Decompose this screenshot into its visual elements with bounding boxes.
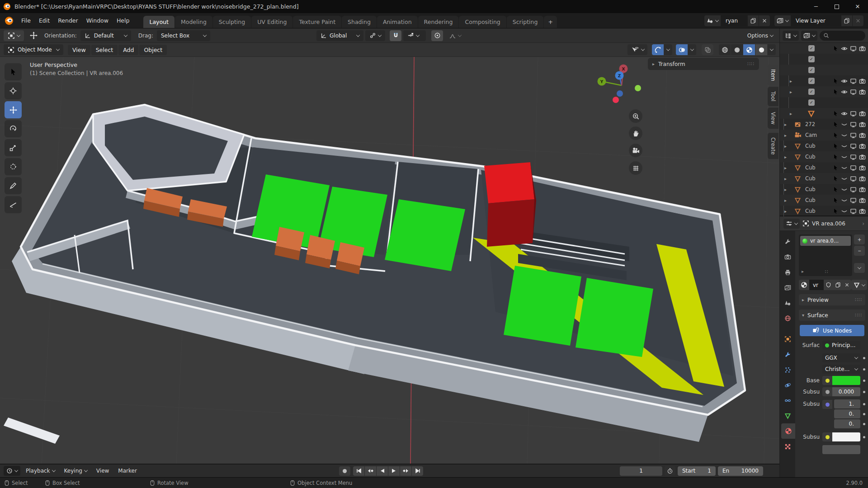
use-nodes-button[interactable]: Use Nodes [800,325,864,336]
wall-fragment[interactable] [4,418,60,444]
object-name[interactable]: Cub [805,143,817,149]
preview-panel-header[interactable]: ▸Preview∷∷ [799,294,865,305]
expand-icon[interactable]: ▸ [784,122,787,127]
disable-render-icon[interactable] [859,164,866,171]
tab-scene[interactable] [780,295,795,310]
add-slot-button[interactable]: ＋ [854,235,865,244]
object-name[interactable]: Cub [805,164,817,171]
outliner-row[interactable]: ▸Cub [780,195,868,206]
tab-rendering[interactable]: Rendering [418,16,459,28]
material-slot-item[interactable]: vr area.0… [800,236,851,246]
outliner-display-mode-dropdown[interactable] [801,31,817,41]
hide-eye-closed-icon[interactable] [841,154,848,160]
hide-eye-closed-icon[interactable] [841,197,848,204]
tab-sculpting[interactable]: Sculpting [213,16,251,28]
base-color-socket[interactable] [822,376,832,385]
xray-toggle[interactable] [702,44,713,55]
menu-file[interactable]: File [17,15,35,26]
disable-render-icon[interactable] [859,132,866,139]
tab-scripting[interactable]: Scripting [507,16,544,28]
object-name[interactable]: 272 [805,121,817,127]
perspective-toggle-button[interactable] [629,161,642,175]
menu-help[interactable]: Help [113,15,134,26]
hide-eye-icon[interactable] [841,78,848,84]
add-workspace-button[interactable]: + [544,16,557,28]
hide-eye-icon[interactable] [841,45,848,52]
menu-render[interactable]: Render [54,15,82,26]
selectable-icon[interactable] [833,143,839,149]
marker-menu[interactable]: Marker [114,466,140,476]
expand-icon[interactable]: ▸ [784,176,787,181]
radius-y-field[interactable]: 0. [834,409,860,418]
use-preview-range-button[interactable] [665,466,675,476]
tab-shading[interactable]: Shading [342,16,377,28]
collection-checkbox[interactable]: ✓ [808,56,815,62]
expand-icon[interactable]: ▸ [784,209,787,214]
clipped-field[interactable] [822,445,860,454]
expand-icon[interactable]: ▸ [790,111,792,116]
jump-to-end-button[interactable] [412,466,423,476]
browse-material-button[interactable] [799,280,809,290]
outliner-row[interactable]: ▸Cub [780,141,868,151]
disable-render-icon[interactable] [859,208,866,215]
selectable-icon[interactable] [833,78,839,84]
collection-checkbox[interactable]: ✓ [808,67,815,73]
base-color-swatch[interactable] [832,376,860,385]
collection-checkbox[interactable]: ✓ [808,78,815,84]
shading-material-button[interactable] [743,44,755,55]
minimize-button[interactable]: ─ [806,0,826,13]
radius-socket[interactable] [822,400,832,409]
disable-render-icon[interactable] [859,110,866,117]
orientation-dropdown[interactable]: Default [80,30,131,41]
snap-toggle[interactable] [390,30,401,41]
green-table-5[interactable] [576,278,653,357]
tab-layout[interactable]: Layout [143,16,175,28]
disable-render-icon[interactable] [859,121,866,128]
expand-icon[interactable]: ▸ [784,155,787,160]
subsurface-socket[interactable] [822,387,832,396]
viewport-menu-add[interactable]: Add [118,45,138,55]
scene-unlink-button[interactable] [759,15,770,26]
outliner-search-input[interactable] [820,31,865,41]
outliner-row[interactable]: ▸Cub [780,184,868,195]
outliner-row[interactable]: ✓ [780,43,868,54]
hide-eye-closed-icon[interactable] [841,143,848,150]
expand-icon[interactable]: ▸ [790,89,792,94]
selectable-icon[interactable] [833,111,839,117]
surface-shader-dropdown[interactable]: Princip… [822,341,860,350]
disable-render-icon[interactable] [859,186,866,193]
selectable-icon[interactable] [833,122,839,127]
disable-viewport-icon[interactable] [850,121,857,128]
radius-z-field[interactable]: 0. [834,419,860,428]
previous-keyframe-button[interactable] [365,466,376,476]
shading-wireframe-button[interactable] [719,44,731,55]
record-button[interactable] [339,466,350,476]
disable-viewport-icon[interactable] [850,143,857,150]
disable-render-icon[interactable] [859,154,866,160]
playback-menu[interactable]: Playback [22,466,59,476]
expand-icon[interactable]: ▸ [784,144,787,149]
overlays-dropdown[interactable] [688,44,696,55]
frame-end-field[interactable]: En10000 [718,466,763,476]
pan-button[interactable] [629,127,642,140]
collection-checkbox[interactable]: ✓ [808,99,815,106]
hide-eye-closed-icon[interactable] [841,132,848,139]
copy-material-button[interactable] [833,280,843,290]
camera-view-button[interactable] [629,144,642,157]
unlink-material-button[interactable] [843,280,851,290]
disable-render-icon[interactable] [859,197,866,204]
frame-start-field[interactable]: Start1 [678,466,716,476]
jump-to-start-button[interactable] [353,466,364,476]
disable-viewport-icon[interactable] [850,78,857,84]
animate-dot[interactable] [863,413,865,415]
proportional-edit-toggle[interactable] [431,30,443,41]
move-tool-button[interactable] [5,101,22,118]
tab-uv-editing[interactable]: UV Editing [251,16,292,28]
navigation-gizmo[interactable]: X Z Y [597,61,646,108]
shading-solid-button[interactable] [731,44,743,55]
sidebar-tab-create[interactable]: Create [768,133,778,159]
scene-icon[interactable] [704,15,721,26]
object-name[interactable]: Cub [805,175,817,182]
transform-tool-button[interactable] [5,158,22,175]
viewport-3d[interactable]: User Perspective (1) Scene Collection | … [0,57,779,464]
